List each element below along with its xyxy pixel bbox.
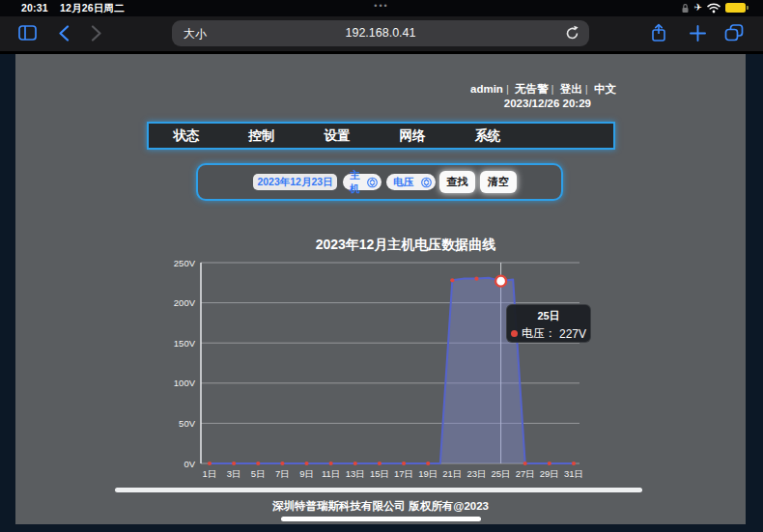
page-datetime: 2023/12/26 20:29 [504, 98, 591, 109]
tab-network[interactable]: 网络 [375, 127, 450, 145]
x-tick-label: 29日 [540, 468, 559, 479]
share-icon[interactable] [649, 23, 668, 42]
sidebar-toggle-icon[interactable] [17, 23, 37, 42]
x-tick-label: 13日 [346, 468, 365, 479]
logout-link[interactable]: 登出 [560, 83, 582, 95]
clear-button[interactable]: 清空 [480, 171, 517, 193]
filter-bar: 2023年12月23日 主机 电压 [196, 163, 563, 201]
device-select[interactable]: 主机 [343, 174, 382, 190]
main-nav: 状态 控制 设置 网络 系统 [147, 122, 615, 150]
device-select-value: 主机 [350, 169, 367, 196]
data-point-marker[interactable] [572, 462, 576, 465]
data-point-marker[interactable] [208, 462, 212, 465]
safari-toolbar: 大小 192.168.0.41 [0, 16, 763, 54]
data-point-marker[interactable] [548, 462, 551, 465]
back-button-icon[interactable] [54, 23, 73, 42]
x-tick-label: 15日 [370, 468, 389, 479]
x-tick-label: 23日 [466, 468, 486, 479]
multitask-dots-icon[interactable]: ••• [0, 1, 763, 11]
x-tick-label: 31日 [564, 468, 583, 479]
data-point-marker[interactable] [523, 462, 527, 465]
data-point-marker[interactable] [280, 462, 284, 465]
voltage-chart: 0V50V100V150V200V250V1日3日5日7日9日11日13日15日… [155, 251, 599, 487]
tab-settings[interactable]: 设置 [299, 127, 375, 145]
y-tick-label: 50V [179, 418, 196, 429]
x-tick-label: 7日 [275, 468, 290, 479]
new-tab-plus-icon[interactable] [688, 23, 707, 42]
y-tick-label: 200V [174, 297, 196, 308]
tooltip-day: 25日 [507, 309, 590, 323]
data-point-marker[interactable] [353, 462, 357, 465]
data-point-marker[interactable] [450, 278, 454, 282]
status-bar: 20:31 12月26日周二 ••• ✈ [0, 0, 763, 16]
tab-system[interactable]: 系统 [450, 127, 525, 145]
status-icons: ✈ [681, 2, 746, 14]
copyright-footer: 深圳特普瑞斯科技有限公司 版权所有@2023 [15, 499, 746, 514]
home-indicator[interactable] [281, 517, 481, 521]
tooltip-value: 227V [559, 327, 586, 341]
x-tick-label: 9日 [299, 468, 314, 479]
tooltip-series-label: 电压： [522, 325, 556, 342]
y-tick-label: 100V [174, 378, 196, 388]
tab-control[interactable]: 控制 [224, 127, 299, 145]
airplane-mode-icon: ✈ [694, 3, 702, 13]
tabs-overview-icon[interactable] [724, 23, 744, 42]
x-tick-label: 19日 [418, 468, 438, 479]
horizontal-scrollbar[interactable] [115, 488, 642, 492]
tooltip-series-dot [511, 330, 518, 337]
x-tick-label: 5日 [251, 468, 266, 479]
data-point-marker[interactable] [426, 462, 430, 465]
select-stepper-icon [421, 177, 432, 188]
data-point-marker[interactable] [256, 462, 260, 465]
data-point-marker[interactable] [402, 462, 406, 465]
x-tick-label: 3日 [227, 468, 241, 479]
url-text: 192.168.0.41 [172, 26, 589, 40]
y-tick-label: 150V [174, 338, 196, 349]
user-bar: admin| 无告警| 登出| 中文 [470, 82, 616, 97]
wifi-icon [707, 3, 721, 14]
separator: | [585, 83, 588, 95]
username-label: admin [470, 83, 503, 95]
highlighted-data-point[interactable] [495, 276, 506, 287]
x-tick-label: 17日 [394, 468, 413, 479]
data-point-marker[interactable] [378, 462, 382, 465]
chart-tooltip: 25日 电压： 227V [506, 304, 591, 343]
metric-select[interactable]: 电压 [386, 174, 436, 190]
x-tick-label: 27日 [516, 468, 535, 479]
language-link[interactable]: 中文 [594, 83, 616, 95]
ipad-screen: 20:31 12月26日周二 ••• ✈ [0, 0, 763, 532]
x-tick-label: 25日 [492, 468, 511, 479]
metric-select-value: 电压 [393, 176, 413, 189]
data-point-marker[interactable] [474, 277, 478, 281]
x-tick-label: 21日 [442, 468, 462, 479]
chart-svg: 0V50V100V150V200V250V1日3日5日7日9日11日13日15日… [155, 251, 599, 487]
x-tick-label: 1日 [203, 468, 217, 479]
reload-icon[interactable] [563, 24, 581, 42]
date-picker[interactable]: 2023年12月23日 [253, 174, 337, 190]
select-stepper-icon [367, 177, 378, 188]
separator: | [551, 83, 554, 95]
forward-button-icon[interactable] [87, 23, 106, 42]
tab-status[interactable]: 状态 [149, 127, 224, 145]
y-tick-label: 0V [184, 459, 195, 469]
x-tick-label: 11日 [322, 468, 340, 479]
address-bar[interactable]: 大小 192.168.0.41 [172, 20, 589, 46]
battery-icon [725, 3, 746, 13]
rotation-lock-icon [681, 3, 690, 14]
alarm-status-link[interactable]: 无告警 [515, 83, 549, 95]
data-point-marker[interactable] [232, 462, 236, 465]
data-point-marker[interactable] [304, 462, 308, 465]
search-button[interactable]: 查找 [439, 171, 475, 193]
y-tick-label: 250V [174, 258, 196, 268]
web-page: admin| 无告警| 登出| 中文 2023/12/26 20:29 状态 控… [15, 54, 746, 524]
data-point-marker[interactable] [329, 462, 333, 465]
separator: | [506, 83, 509, 95]
